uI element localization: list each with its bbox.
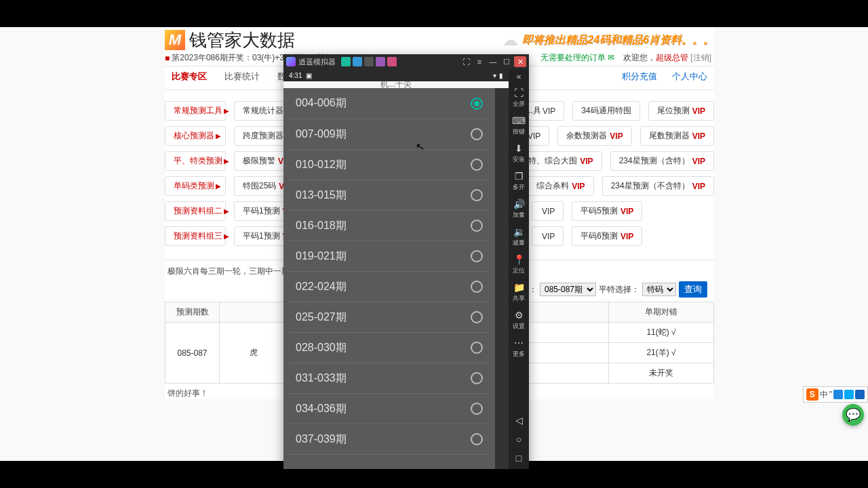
android-recent-icon[interactable]: □ <box>516 453 521 464</box>
wifi-icon: ▾ <box>493 72 496 79</box>
period-option[interactable]: 019-021期 <box>289 241 490 272</box>
tool-button[interactable]: VIP <box>532 201 564 221</box>
sidebar-设置[interactable]: ⚙设置 <box>509 306 529 334</box>
chat-bubble-icon[interactable]: 💬 <box>842 404 864 426</box>
periods-select[interactable]: 085-087期 <box>540 283 596 296</box>
table-cell: 11(蛇) √ <box>609 323 714 343</box>
period-select-list[interactable]: 004-006期007-009期010-012期013-015期016-018期… <box>283 88 495 469</box>
expand-icon[interactable]: ⛶ <box>460 56 472 67</box>
radio-icon[interactable] <box>471 128 483 140</box>
period-option[interactable]: 007-009期 <box>289 119 490 150</box>
period-option[interactable]: 037-039期 <box>289 424 490 455</box>
sidebar-按键[interactable]: ⌨按键 <box>509 112 529 140</box>
tool-button[interactable]: 预测资料组二▶ <box>165 201 226 221</box>
radio-icon[interactable] <box>471 311 483 323</box>
logout-link[interactable]: [注销] <box>690 53 711 62</box>
ime-toolbar[interactable]: S 中 " <box>803 386 868 403</box>
period-option[interactable]: 031-033期 <box>289 363 490 394</box>
ime-skin-icon[interactable] <box>844 390 854 399</box>
clock: 4:31 <box>289 72 302 79</box>
tab-match-stats[interactable]: 比赛统计 <box>224 70 260 83</box>
underlying-app-peek: 机...十尖 <box>283 81 509 88</box>
radio-icon[interactable] <box>471 220 483 232</box>
radio-icon[interactable] <box>471 98 483 110</box>
tool-button[interactable]: 平码5预测VIP <box>572 201 642 221</box>
tool-button[interactable]: 综合杀料VIP <box>528 176 593 196</box>
tool-button[interactable]: 预测资料组三▶ <box>165 226 226 246</box>
android-status-bar: 4:31 ▣ ▾ ▮ <box>283 69 509 81</box>
site-title: 钱管家大数据 <box>189 28 295 52</box>
table-cell: 虎 <box>220 323 288 384</box>
tool-button[interactable]: VIP <box>532 226 564 246</box>
radio-icon[interactable] <box>471 189 483 201</box>
tool-button[interactable]: 平、特类预测▶ <box>165 151 226 171</box>
profile-link[interactable]: 个人中心 <box>672 70 707 83</box>
tool-button[interactable]: 234星预测（含特）VIP <box>610 151 714 171</box>
tool-button[interactable]: 常规预测工具▶ <box>165 101 226 121</box>
sidebar-加量[interactable]: 🔊加量 <box>509 195 529 223</box>
radio-icon[interactable] <box>471 372 483 384</box>
tool-button[interactable]: 34码通用特围 <box>572 101 639 121</box>
ime-keyboard-icon[interactable] <box>833 390 843 399</box>
period-option[interactable]: 010-012期 <box>289 150 490 180</box>
sogou-icon[interactable]: S <box>806 388 818 401</box>
sidebar-全屏[interactable]: ⛶全屏 <box>509 84 529 112</box>
maximize-icon[interactable]: ☐ <box>500 56 513 67</box>
query-button[interactable]: 查询 <box>679 281 707 298</box>
tool-button[interactable]: 平码6预测VIP <box>572 226 642 246</box>
period-option[interactable]: 004-006期 <box>289 88 490 119</box>
collapse-icon[interactable]: « <box>517 72 521 83</box>
cloud-icon: ☁ <box>502 30 518 49</box>
tool-button[interactable]: 单码类预测▶ <box>165 176 226 196</box>
tool-button[interactable]: 尾位预测VIP <box>648 101 714 121</box>
period-option[interactable]: 028-030期 <box>289 333 490 363</box>
radio-icon[interactable] <box>471 159 483 171</box>
sidebar-减量[interactable]: 🔉减量 <box>509 223 529 251</box>
tool-button[interactable]: 234星预测（不含特）VIP <box>602 176 714 196</box>
period-option[interactable]: 022-024期 <box>289 272 490 302</box>
emulator-titlebar[interactable]: 逍遥模拟器 ⛶ ≡ — ☐ ✕ <box>283 54 529 69</box>
ime-punct-icon[interactable]: " <box>829 390 832 399</box>
period-option[interactable]: 013-015期 <box>289 180 490 211</box>
sidebar-更多[interactable]: ⋯更多 <box>509 334 529 362</box>
pt-select[interactable]: 特码 <box>642 283 676 296</box>
radio-icon[interactable] <box>471 433 483 445</box>
username[interactable]: 超级总管 <box>656 53 688 62</box>
radio-icon[interactable] <box>471 403 483 415</box>
notif-icon: ▣ <box>306 72 312 79</box>
tab-icon[interactable] <box>353 57 362 66</box>
site-header: M 钱管家大数据 ☁ 即将推出精品24码和精品6肖资料。。。 <box>165 27 714 53</box>
sidebar-多开[interactable]: ❐多开 <box>509 167 529 195</box>
radio-icon[interactable] <box>471 281 483 293</box>
site-logo: M <box>165 30 185 50</box>
sidebar-共享[interactable]: 📁共享 <box>509 279 529 306</box>
menu-icon[interactable]: ≡ <box>473 56 486 67</box>
tab-icon[interactable] <box>387 57 397 66</box>
emulator-window: 逍遥模拟器 ⛶ ≡ — ☐ ✕ 4:31 ▣ <box>283 54 529 469</box>
sidebar-定位[interactable]: 📍定位 <box>509 251 529 279</box>
sidebar-安装[interactable]: ⬇安装 <box>509 140 529 167</box>
close-icon[interactable]: ✕ <box>514 56 526 67</box>
tool-button[interactable]: 尾数预测器VIP <box>640 126 714 146</box>
radio-icon[interactable] <box>471 250 483 262</box>
tab-icon[interactable] <box>364 57 374 66</box>
tab-icon[interactable] <box>376 57 385 66</box>
recharge-link[interactable]: 积分充值 <box>622 70 657 83</box>
ime-tool-icon[interactable] <box>855 390 865 399</box>
tool-button[interactable]: 余数预测器VIP <box>557 126 631 146</box>
tool-button[interactable]: 核心预测器▶ <box>165 126 226 146</box>
tab-match-zone[interactable]: 比赛专区 <box>172 70 207 83</box>
minimize-icon[interactable]: — <box>487 56 499 67</box>
ime-lang[interactable]: 中 <box>820 389 828 401</box>
android-home-icon[interactable]: ○ <box>516 434 521 445</box>
table-cell: 未开奖 <box>609 363 714 384</box>
tab-icon[interactable] <box>341 57 351 66</box>
radio-icon[interactable] <box>471 342 483 354</box>
period-option[interactable]: 034-036期 <box>289 394 490 424</box>
no-order-text[interactable]: 无需要处理的订单 <box>540 53 614 62</box>
android-back-icon[interactable]: ◁ <box>515 415 523 426</box>
period-option[interactable]: 016-018期 <box>289 211 490 241</box>
table-cell: 21(羊) √ <box>609 343 714 363</box>
period-option[interactable]: 025-027期 <box>289 302 490 333</box>
emulator-sidebar: « ⛶全屏⌨按键⬇安装❐多开🔊加量🔉减量📍定位📁共享⚙设置⋯更多 ◁ ○ □ <box>509 69 529 469</box>
